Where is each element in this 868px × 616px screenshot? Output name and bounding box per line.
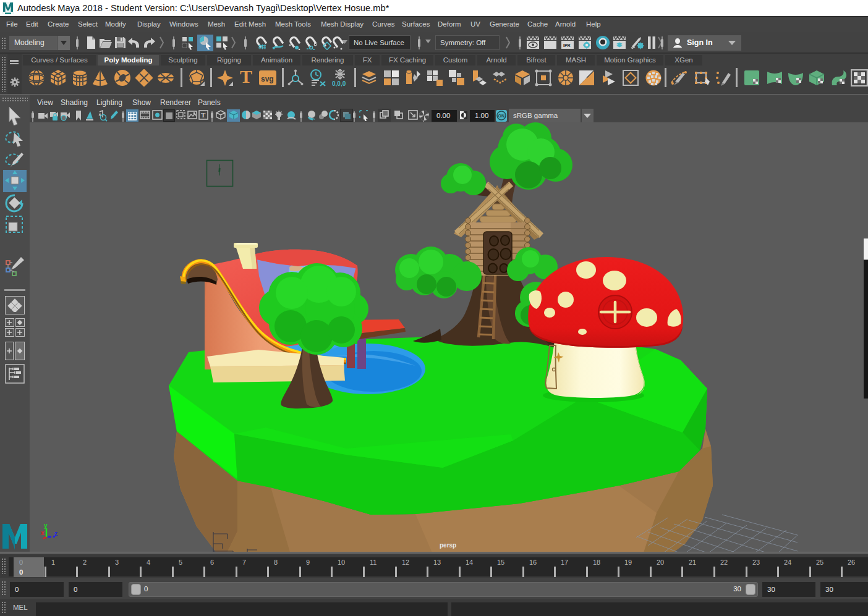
svg-text:0,0,0: 0,0,0 bbox=[332, 80, 346, 86]
svg-text:T: T bbox=[201, 111, 206, 119]
svg-text:ON: ON bbox=[498, 114, 505, 118]
svg-text:svg: svg bbox=[261, 75, 274, 83]
svg-text:IPR: IPR bbox=[563, 43, 571, 48]
